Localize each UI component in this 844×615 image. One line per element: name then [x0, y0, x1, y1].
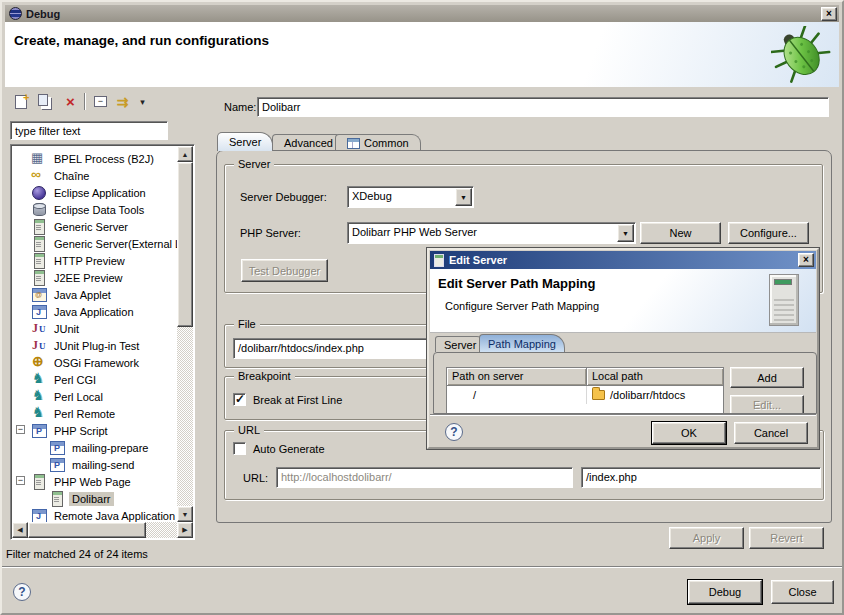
tree-item[interactable]: HTTP Preview [12, 252, 177, 269]
scroll-down-button[interactable]: ▼ [177, 506, 193, 522]
collapse-expander[interactable]: − [16, 476, 25, 485]
eclipse-logo-icon [9, 7, 22, 20]
tree-item[interactable]: Generic Server(External La [12, 235, 177, 252]
tree-item-label: J2EE Preview [51, 271, 125, 285]
tree-item-label: Java Application [51, 305, 137, 319]
edit-mapping-button[interactable]: Edit... [730, 395, 804, 414]
v-scroll-thumb[interactable] [177, 162, 193, 327]
debug-window: Debug × Create, manage, and run configur… [0, 0, 844, 615]
tab-server[interactable]: Server [217, 132, 273, 151]
duplicate-config-button[interactable] [35, 92, 56, 111]
configure-server-button[interactable]: Configure... [728, 222, 809, 244]
break-first-line-checkbox[interactable] [233, 393, 246, 406]
chevron-down-icon: ▼ [460, 194, 467, 201]
scroll-left-button[interactable]: ◀ [12, 522, 28, 538]
cancel-button[interactable]: Cancel [734, 422, 808, 444]
tree-item-label: PHP Web Page [51, 475, 134, 489]
tree-item[interactable]: −PHP Script [12, 422, 177, 439]
tree-item[interactable]: −PHP Web Page [12, 473, 177, 490]
tab-label: Common [364, 137, 409, 149]
filter-input[interactable]: type filter text [10, 121, 168, 140]
tree-item-label: OSGi Framework [51, 356, 142, 370]
tree-item[interactable]: Java Applet [12, 286, 177, 303]
server-icon [30, 219, 47, 234]
tree-item-label: Dolibarr [69, 492, 114, 506]
dialog-header: Edit Server Path Mapping Configure Serve… [430, 269, 816, 333]
server-debugger-value: XDebug [352, 190, 453, 202]
tree-item[interactable]: Chaîne [12, 167, 177, 184]
dialog-heading: Edit Server Path Mapping [438, 276, 595, 291]
collapse-all-icon: − [94, 96, 107, 107]
chain-icon [30, 168, 47, 183]
auto-generate-checkbox[interactable] [233, 442, 246, 455]
tree-item[interactable]: Perl CGI [12, 371, 177, 388]
config-tree: BPEL Process (B2J)ChaîneEclipse Applicat… [12, 146, 177, 522]
ok-button[interactable]: OK [652, 422, 726, 444]
dialog-help-button[interactable]: ? [445, 423, 463, 441]
tree-item[interactable]: J2EE Preview [12, 269, 177, 286]
tab-common[interactable]: Common [335, 134, 421, 151]
column-header[interactable]: Local path [587, 368, 723, 386]
tree-item-label: JUnit [51, 322, 82, 336]
tree-item[interactable]: Perl Remote [12, 405, 177, 422]
tree-item-label: PHP Script [51, 424, 111, 438]
help-button[interactable]: ? [13, 583, 31, 601]
tree-item-label: Chaîne [51, 169, 92, 183]
window-close-button[interactable]: × [821, 7, 837, 21]
empty-table-row [447, 404, 723, 414]
tree-item[interactable]: Java Application [12, 303, 177, 320]
apply-button[interactable]: Apply [669, 527, 744, 549]
tree-item[interactable]: BPEL Process (B2J) [12, 150, 177, 167]
tree-item[interactable]: OSGi Framework [12, 354, 177, 371]
tree-item[interactable]: Eclipse Data Tools [12, 201, 177, 218]
tree-item[interactable]: mailing-send [12, 456, 177, 473]
server-icon [30, 236, 47, 251]
tree-item[interactable]: Eclipse Application [12, 184, 177, 201]
tree-item[interactable]: JUnit Plug-in Test [12, 337, 177, 354]
debug-button[interactable]: Debug [688, 580, 762, 604]
tree-item-label: HTTP Preview [51, 254, 128, 268]
scroll-up-button[interactable]: ▲ [177, 146, 193, 162]
url-path-input[interactable]: /index.php [581, 467, 821, 488]
junit-icon [30, 321, 47, 336]
applet-icon [30, 287, 47, 302]
delete-config-button[interactable]: × [60, 92, 81, 111]
collapse-all-button[interactable]: − [90, 92, 111, 111]
table-row[interactable]: //dolibarr/htdocs [447, 386, 723, 404]
bpel-process-icon [30, 151, 47, 166]
name-input[interactable]: Dolibarr [257, 97, 829, 117]
test-debugger-button[interactable]: Test Debugger [241, 259, 328, 282]
scroll-right-button[interactable]: ▶ [177, 522, 193, 538]
server-debugger-select[interactable]: XDebug ▼ [347, 186, 474, 208]
dropdown-button[interactable]: ▼ [455, 188, 472, 206]
table-icon [347, 138, 360, 149]
tree-item[interactable]: mailing-prepare [12, 439, 177, 456]
new-server-button[interactable]: New [640, 222, 721, 244]
java-remote-icon [30, 508, 47, 522]
column-header[interactable]: Path on server [447, 368, 587, 386]
h-scrollbar[interactable]: ◀ ▶ [12, 522, 193, 538]
filter-options-button[interactable]: ⇉ [112, 92, 133, 111]
tree-item[interactable]: Dolibarr [12, 490, 177, 507]
auto-generate-label: Auto Generate [253, 443, 325, 455]
revert-button[interactable]: Revert [749, 527, 824, 549]
tree-item[interactable]: Generic Server [12, 218, 177, 235]
database-icon [30, 202, 47, 217]
collapse-expander[interactable]: − [16, 425, 25, 434]
tree-item[interactable]: Perl Local [12, 388, 177, 405]
tree-item[interactable]: Remote Java Application [12, 507, 177, 522]
tab-advanced[interactable]: Advanced [272, 134, 345, 151]
add-mapping-button[interactable]: Add [730, 367, 804, 388]
dropdown-button[interactable]: ▼ [617, 224, 634, 242]
tree-item-label: Eclipse Data Tools [51, 203, 147, 217]
php-server-select[interactable]: Dolibarr PHP Web Server ▼ [347, 222, 636, 244]
dialog-tab-server[interactable]: Server [435, 336, 485, 352]
tree-item[interactable]: JUnit [12, 320, 177, 337]
v-scrollbar[interactable]: ▲ ▼ [177, 146, 193, 522]
new-config-button[interactable]: + [10, 92, 31, 111]
close-button[interactable]: Close [771, 580, 834, 604]
h-scroll-thumb[interactable] [28, 522, 146, 538]
dialog-tab-path-mapping[interactable]: Path Mapping [479, 334, 565, 352]
dialog-close-button[interactable]: × [798, 253, 814, 267]
toolbar-menu-button[interactable]: ▾ [132, 92, 153, 111]
